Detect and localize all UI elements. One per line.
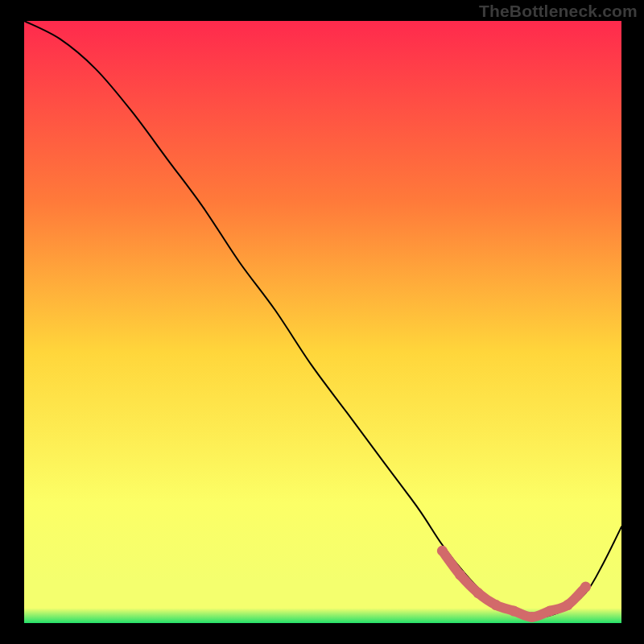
highlight-dot xyxy=(526,612,537,622)
chart-stage: TheBottleneck.com xyxy=(0,0,644,644)
highlight-dot xyxy=(455,570,465,580)
watermark-text: TheBottleneck.com xyxy=(479,2,638,21)
plot-background xyxy=(24,21,621,623)
chart-svg xyxy=(0,0,644,644)
highlight-dot xyxy=(437,546,448,556)
highlight-dot xyxy=(473,588,483,598)
highlight-dot xyxy=(491,600,502,610)
highlight-dot xyxy=(563,600,573,610)
highlight-dot xyxy=(509,606,519,617)
highlight-dot xyxy=(580,582,591,592)
highlight-dot xyxy=(544,606,555,617)
